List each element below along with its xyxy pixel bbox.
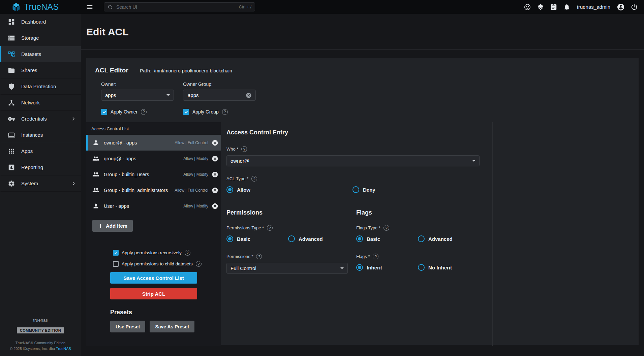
path-value: /mnt/monero-pool/monero-blockchain (154, 68, 232, 73)
sidebar-item-shares[interactable]: Shares (0, 62, 81, 78)
permissions-type-radio-group: Basic Advanced (226, 235, 356, 242)
use-preset-button[interactable]: Use Preset (110, 321, 145, 332)
apply-recursive-checkbox[interactable] (113, 250, 119, 256)
save-as-preset-button[interactable]: Save As Preset (150, 321, 194, 332)
help-icon[interactable] (185, 250, 190, 256)
acl-editor-heading: ACL Editor (95, 67, 128, 74)
checklist-clipboard-icon[interactable] (550, 3, 557, 11)
flags-type-label: Flags Type * (356, 225, 380, 230)
page-title: Edit ACL (81, 14, 644, 50)
cancel-icon[interactable] (212, 171, 218, 178)
ace-who: group@ - apps (104, 156, 181, 161)
cancel-icon[interactable] (212, 203, 218, 209)
person-icon (92, 202, 99, 209)
flags-type-basic-radio[interactable]: Basic (356, 235, 418, 242)
main-content: Edit ACL ACL Editor Path:/mnt/monero-poo… (81, 14, 644, 356)
topbar: TrueNAS Ctrl + / truenas_admin (0, 0, 644, 14)
help-icon[interactable] (241, 146, 247, 152)
acl-entry[interactable]: Group - builtin_administrators Allow | F… (86, 182, 221, 198)
acl-entry[interactable]: User - apps Allow | Modify (86, 198, 221, 214)
flags-no-inherit-radio[interactable]: No Inherit (418, 264, 452, 271)
apply-group-checkbox[interactable] (183, 109, 189, 115)
hostname-label: truenas (0, 318, 81, 323)
permissions-label: Permissions * (226, 254, 253, 259)
acl-controls: Apply permissions recursively Apply perm… (110, 250, 197, 332)
owner-select[interactable]: apps (101, 90, 174, 101)
ace-who: Group - builtin_users (104, 172, 181, 177)
sidebar-item-dashboard[interactable]: Dashboard (0, 14, 81, 30)
clear-icon[interactable] (246, 92, 252, 98)
help-icon[interactable] (196, 261, 202, 267)
permissions-type-basic-radio[interactable]: Basic (226, 235, 288, 242)
search-input[interactable] (116, 4, 236, 10)
hamburger-menu-icon[interactable] (84, 2, 95, 12)
apply-owner-checkbox[interactable] (101, 109, 107, 115)
permissions-heading: Permissions (226, 209, 356, 216)
key-icon (8, 115, 15, 123)
acl-editor-card: ACL Editor Path:/mnt/monero-pool/monero-… (86, 58, 639, 345)
radio-icon (356, 235, 363, 242)
acl-type-allow-radio[interactable]: Allow (226, 186, 352, 193)
sidebar-item-data-protection[interactable]: Data Protection (0, 78, 81, 95)
acl-entry[interactable]: owner@ - apps Allow | Full Control (86, 135, 221, 151)
sidebar-footer: truenas COMMUNITY EDITION TrueNAS® Commu… (0, 318, 81, 356)
acl-type-deny-radio[interactable]: Deny (352, 186, 375, 193)
sidebar-item-label: Network (21, 100, 40, 105)
search-icon (108, 4, 113, 10)
acl-entry[interactable]: Group - builtin_users Allow | Modify (86, 166, 221, 182)
save-acl-button[interactable]: Save Access Control List (110, 272, 197, 284)
logo-text: TrueNAS (24, 2, 59, 12)
owner-group-input[interactable] (187, 92, 246, 98)
permissions-select-value: Full Control (231, 265, 256, 271)
path-label: Path: (140, 68, 152, 73)
help-icon[interactable] (141, 109, 147, 115)
jobs-layers-icon[interactable] (537, 3, 544, 11)
cancel-icon[interactable] (212, 139, 218, 146)
radio-icon (356, 264, 363, 271)
help-icon[interactable] (251, 176, 257, 182)
notifications-bell-icon[interactable] (563, 3, 571, 11)
sidebar-item-label: Shares (21, 67, 37, 73)
sidebar-item-apps[interactable]: Apps (0, 143, 81, 159)
sidebar-item-network[interactable]: Network (0, 95, 81, 111)
flags-inherit-radio[interactable]: Inherit (356, 264, 418, 271)
ace-permission-summary: Allow | Full Control (175, 140, 208, 145)
acl-entry[interactable]: group@ - apps Allow | Modify (86, 151, 221, 166)
sidebar-item-datasets[interactable]: Datasets (0, 46, 81, 62)
permissions-type-advanced-radio[interactable]: Advanced (288, 235, 323, 242)
help-icon[interactable] (373, 254, 378, 259)
sidebar-item-system[interactable]: System (0, 175, 81, 192)
who-select[interactable]: owner@ (226, 155, 480, 166)
flags-type-advanced-radio[interactable]: Advanced (418, 235, 453, 242)
cancel-icon[interactable] (212, 155, 218, 162)
sidebar-item-label: Data Protection (21, 84, 56, 89)
owner-group-field: Owner Group: (183, 82, 256, 101)
global-search[interactable]: Ctrl + / (104, 2, 255, 11)
strip-acl-button[interactable]: Strip ACL (110, 288, 197, 299)
help-icon[interactable] (256, 254, 262, 259)
user-avatar-icon[interactable] (617, 3, 625, 11)
sidebar-item-storage[interactable]: Storage (0, 30, 81, 46)
truenas-logo[interactable]: TrueNAS (0, 2, 81, 12)
cancel-icon[interactable] (212, 187, 218, 194)
sidebar-item-instances[interactable]: Instances (0, 127, 81, 143)
ace-permission-summary: Allow | Modify (183, 204, 208, 208)
permissions-select[interactable]: Full Control (226, 263, 348, 274)
ace-permission-summary: Allow | Modify (183, 172, 208, 177)
sidebar-item-label: Apps (21, 148, 33, 154)
help-icon[interactable] (267, 225, 273, 231)
help-icon[interactable] (222, 109, 228, 115)
apply-child-checkbox[interactable] (113, 261, 119, 267)
footer-brand-link[interactable]: TrueNAS (56, 347, 71, 351)
radio-icon (226, 235, 233, 242)
sidebar-item-label: Instances (21, 132, 43, 138)
sidebar-item-reporting[interactable]: Reporting (0, 159, 81, 175)
radio-icon (226, 186, 233, 193)
edition-badge: COMMUNITY EDITION (17, 327, 64, 333)
power-icon[interactable] (631, 3, 638, 11)
help-icon[interactable] (384, 225, 389, 231)
feedback-smiley-icon[interactable] (524, 3, 531, 11)
owner-field: Owner: apps (101, 82, 174, 101)
add-item-button[interactable]: Add Item (92, 220, 133, 232)
sidebar-item-credentials[interactable]: Credentials (0, 111, 81, 127)
